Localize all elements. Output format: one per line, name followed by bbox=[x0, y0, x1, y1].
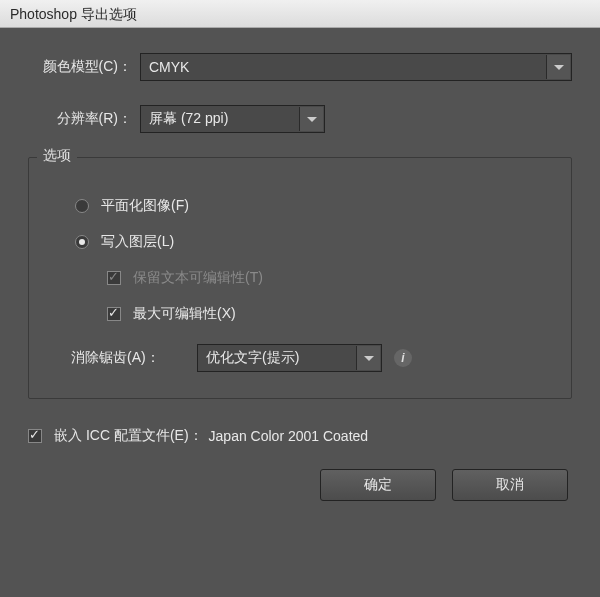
anti-alias-label: 消除锯齿(A)： bbox=[71, 349, 197, 367]
embed-icc-value: Japan Color 2001 Coated bbox=[209, 428, 369, 444]
flatten-option[interactable]: 平面化图像(F) bbox=[47, 188, 553, 224]
embed-icc-label: 嵌入 ICC 配置文件(E)： bbox=[54, 427, 203, 445]
window-title-text: Photoshop 导出选项 bbox=[10, 6, 137, 22]
cancel-button[interactable]: 取消 bbox=[452, 469, 568, 501]
checkbox-icon bbox=[28, 429, 42, 443]
options-legend: 选项 bbox=[37, 147, 77, 165]
button-bar: 确定 取消 bbox=[28, 469, 572, 501]
ok-label: 确定 bbox=[364, 476, 392, 494]
checkbox-icon bbox=[107, 271, 121, 285]
anti-alias-row: 消除锯齿(A)： 优化文字(提示) i bbox=[47, 332, 553, 376]
resolution-value: 屏幕 (72 ppi) bbox=[149, 110, 228, 128]
color-model-value: CMYK bbox=[149, 59, 189, 75]
info-icon[interactable]: i bbox=[394, 349, 412, 367]
options-group: 选项 平面化图像(F) 写入图层(L) 保留文本可编辑性(T) 最大可编辑性(X… bbox=[28, 157, 572, 399]
resolution-row: 分辨率(R)： 屏幕 (72 ppi) bbox=[28, 105, 572, 133]
flatten-label: 平面化图像(F) bbox=[101, 197, 189, 215]
resolution-select[interactable]: 屏幕 (72 ppi) bbox=[140, 105, 325, 133]
chevron-down-icon bbox=[299, 107, 323, 131]
write-layers-option[interactable]: 写入图层(L) bbox=[47, 224, 553, 260]
max-edit-label: 最大可编辑性(X) bbox=[133, 305, 236, 323]
color-model-label: 颜色模型(C)： bbox=[28, 58, 140, 76]
radio-icon bbox=[75, 235, 89, 249]
preserve-text-option: 保留文本可编辑性(T) bbox=[47, 260, 553, 296]
checkbox-icon bbox=[107, 307, 121, 321]
max-edit-option[interactable]: 最大可编辑性(X) bbox=[47, 296, 553, 332]
dialog-content: 颜色模型(C)： CMYK 分辨率(R)： 屏幕 (72 ppi) 选项 平面化… bbox=[0, 28, 600, 515]
anti-alias-select[interactable]: 优化文字(提示) bbox=[197, 344, 382, 372]
anti-alias-value: 优化文字(提示) bbox=[206, 349, 299, 367]
color-model-row: 颜色模型(C)： CMYK bbox=[28, 53, 572, 81]
color-model-select[interactable]: CMYK bbox=[140, 53, 572, 81]
ok-button[interactable]: 确定 bbox=[320, 469, 436, 501]
window-title: Photoshop 导出选项 bbox=[0, 0, 600, 28]
radio-icon bbox=[75, 199, 89, 213]
chevron-down-icon bbox=[546, 55, 570, 79]
chevron-down-icon bbox=[356, 346, 380, 370]
preserve-text-label: 保留文本可编辑性(T) bbox=[133, 269, 263, 287]
embed-icc-row[interactable]: 嵌入 ICC 配置文件(E)： Japan Color 2001 Coated bbox=[28, 427, 572, 445]
resolution-label: 分辨率(R)： bbox=[28, 110, 140, 128]
write-layers-label: 写入图层(L) bbox=[101, 233, 174, 251]
cancel-label: 取消 bbox=[496, 476, 524, 494]
